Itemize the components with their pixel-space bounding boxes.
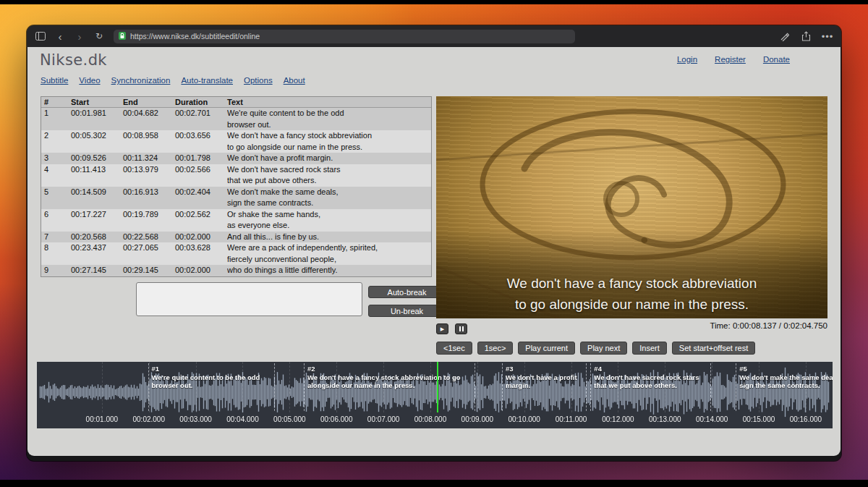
table-cell: 00:20.568 — [68, 232, 120, 243]
table-cell: 7 — [41, 232, 68, 243]
video-subtitle-overlay: We don't have a fancy stock abbreviation… — [436, 276, 827, 313]
menu-item-synchronization[interactable]: Synchronization — [111, 76, 171, 85]
play-current-button[interactable]: Play current — [518, 342, 575, 355]
waveform-time-label: 00:12.000 — [596, 415, 639, 423]
waveform-time-label: 00:14.000 — [690, 415, 733, 423]
waveform-segment[interactable]: #5We don't make the same deals, sign the… — [736, 363, 833, 411]
site-logo[interactable]: Nikse.dk — [40, 51, 107, 69]
table-cell-text: We don't have a fancy stock abbreviation… — [224, 130, 431, 153]
waveform-segment[interactable]: #1We're quite content to be the odd brow… — [148, 363, 275, 411]
table-row[interactable]: 200:05.30200:08.95800:03.656We don't hav… — [41, 130, 431, 153]
waveform-time-label: 00:16.000 — [784, 415, 827, 423]
video-subtitle-line1: We don't have a fancy stock abbreviation — [507, 276, 757, 292]
subtitle-edit-page: Nikse.dk Login Register Donate Subtitle … — [27, 47, 841, 456]
table-cell-text: We don't have sacred rock starsthat we p… — [224, 164, 431, 187]
header-text: Text — [224, 97, 431, 107]
waveform-segment-text: We don't make the same deals, sign the s… — [739, 373, 833, 390]
set-start-offset-rest-button[interactable]: Set start+offset rest — [672, 342, 755, 355]
waveform-segment-id: #5 — [739, 365, 833, 373]
table-cell: 00:09.526 — [68, 153, 120, 164]
more-options-icon[interactable]: ••• — [821, 30, 834, 43]
waveform-time-label: 00:13.000 — [643, 415, 686, 423]
table-cell: 00:04.682 — [120, 108, 172, 130]
table-cell: 00:23.437 — [68, 242, 120, 265]
url-text: https://www.nikse.dk/subtitleedit/online — [130, 32, 260, 41]
play-next-button[interactable]: Play next — [580, 342, 627, 355]
url-bar[interactable]: https://www.nikse.dk/subtitleedit/online — [114, 30, 575, 43]
table-row[interactable]: 900:27.14500:29.14500:02.000who do thing… — [41, 265, 431, 276]
share-icon[interactable] — [799, 30, 812, 43]
table-cell: 00:02.000 — [172, 232, 224, 243]
un-break-button[interactable]: Un-break — [368, 305, 446, 317]
waveform-segment-text: We're quite content to be the odd browse… — [152, 373, 271, 390]
menu-item-auto-translate[interactable]: Auto-translate — [181, 76, 233, 85]
pause-icon — [459, 326, 464, 331]
table-cell: 6 — [41, 209, 68, 232]
table-cell: 00:27.145 — [68, 265, 120, 276]
waveform-segment[interactable]: #3We don't have a profit margin. — [502, 363, 587, 411]
waveform-segment[interactable]: #2We don't have a fancy stock abbreviati… — [304, 363, 475, 411]
page-tools-icon[interactable] — [778, 30, 791, 43]
waveform-gridline — [477, 362, 478, 412]
back-icon[interactable]: ‹ — [54, 30, 67, 43]
waveform-time-label: 00:03.000 — [174, 415, 218, 423]
table-cell: 8 — [41, 242, 68, 265]
sidebar-toggle-icon[interactable] — [34, 30, 47, 43]
waveform-time-label: 00:04.000 — [221, 415, 264, 423]
waveform-time-label: 00:02.000 — [127, 415, 171, 423]
table-cell-text: who do things a little differently. — [224, 265, 431, 276]
waveform-time-label: 00:08.000 — [409, 415, 452, 423]
menu-item-options[interactable]: Options — [244, 76, 273, 85]
main-menu: Subtitle Video Synchronization Auto-tran… — [41, 76, 305, 85]
header-duration: Duration — [172, 97, 224, 107]
table-row[interactable]: 400:11.41300:13.97900:02.566We don't hav… — [41, 164, 431, 187]
table-cell: 5 — [41, 187, 68, 209]
table-cell: 00:02.562 — [172, 209, 224, 232]
waveform-segment-text: We don't have sacred rock stars that we … — [594, 373, 707, 390]
table-cell: 2 — [41, 130, 68, 153]
waveform-panel[interactable]: 00:01.00000:02.00000:03.00000:04.00000:0… — [37, 362, 833, 428]
subtitle-table: # Start End Duration Text 100:01.98100:0… — [41, 96, 432, 277]
header-start: Start — [68, 97, 120, 107]
table-row[interactable]: 300:09.52600:11.32400:01.798We don't hav… — [41, 153, 431, 164]
auto-break-button[interactable]: Auto-break — [368, 286, 446, 298]
donate-link[interactable]: Donate — [763, 55, 790, 64]
login-link[interactable]: Login — [677, 55, 697, 64]
register-link[interactable]: Register — [715, 55, 746, 64]
waveform-time-label: 00:09.000 — [456, 415, 499, 423]
back-1sec-button[interactable]: <1sec — [436, 342, 472, 355]
insert-button[interactable]: Insert — [632, 342, 667, 355]
waveform-segment[interactable]: #4We don't have sacred rock stars that w… — [590, 363, 710, 411]
forward-1sec-button[interactable]: 1sec> — [477, 342, 514, 355]
table-row[interactable]: 600:17.22700:19.78900:02.562Or shake the… — [41, 209, 431, 232]
menu-item-subtitle[interactable]: Subtitle — [41, 76, 68, 85]
table-row[interactable]: 700:20.56800:22.56800:02.000And all this… — [41, 232, 431, 243]
table-row[interactable]: 100:01.98100:04.68200:02.701We're quite … — [41, 108, 431, 130]
waveform-time-label: 00:06.000 — [315, 415, 358, 423]
menu-item-video[interactable]: Video — [79, 76, 100, 85]
subtitle-edit-textarea[interactable] — [136, 282, 362, 316]
waveform-segment-text: We don't have a profit margin. — [506, 373, 583, 390]
menu-item-about[interactable]: About — [284, 76, 305, 85]
browser-window: ‹ › ↻ https://www.nikse.dk/subtitleedit/… — [27, 25, 841, 461]
table-cell: 00:13.979 — [120, 164, 172, 187]
table-cell: 00:03.628 — [172, 242, 224, 265]
reload-icon[interactable]: ↻ — [93, 30, 106, 43]
waveform-segment-text: We don't have a fancy stock abbreviation… — [307, 373, 472, 390]
table-cell: 00:11.324 — [120, 153, 172, 164]
pause-button[interactable] — [455, 323, 467, 334]
desktop-background: ‹ › ↻ https://www.nikse.dk/subtitleedit/… — [0, 4, 868, 480]
play-button[interactable]: ▶ — [436, 323, 448, 334]
forward-icon[interactable]: › — [73, 30, 86, 43]
table-cell: 00:14.509 — [68, 187, 120, 209]
table-cell: 00:02.000 — [172, 265, 224, 276]
video-player[interactable]: We don't have a fancy stock abbreviation… — [436, 96, 827, 318]
waveform-segment-id: #4 — [594, 365, 707, 373]
waveform-segment-id: #1 — [152, 365, 271, 373]
waveform-playhead[interactable] — [437, 362, 438, 412]
table-row[interactable]: 800:23.43700:27.06500:03.628Were are a p… — [41, 242, 431, 265]
table-row[interactable]: 500:14.50900:16.91300:02.404We don't mak… — [41, 187, 431, 209]
subtitle-table-body: 100:01.98100:04.68200:02.701We're quite … — [41, 108, 431, 276]
table-cell: 1 — [41, 108, 68, 130]
table-cell-text: We don't have a profit margin. — [224, 153, 431, 164]
